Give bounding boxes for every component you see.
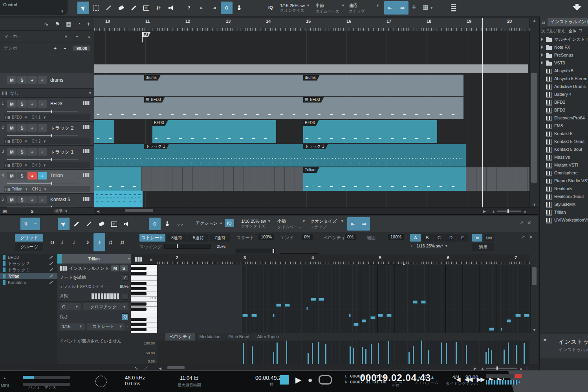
editor-humanize-button[interactable]: [161, 218, 173, 230]
folder-bus-row[interactable]: なし ▼: [0, 89, 94, 98]
track-name[interactable]: Trilian: [50, 173, 63, 178]
pencil-icon[interactable]: [49, 256, 53, 259]
editor-arrow-tool[interactable]: [58, 218, 70, 230]
record-button[interactable]: ●: [308, 376, 312, 385]
keyboard-icon[interactable]: [83, 149, 90, 153]
monitor-button[interactable]: ◐: [38, 124, 47, 132]
track-device-row[interactable]: BFD3▼ CH 2▼: [4, 138, 90, 144]
clip-indicator[interactable]: [515, 374, 522, 378]
grip-icon[interactable]: ⁞: [526, 366, 528, 370]
clip[interactable]: Trilian: [303, 167, 466, 191]
track-header[interactable]: 5 M S ● ◐ Kontakt 5 Kontakt 5▼ CH 1▼: [0, 194, 94, 207]
editor-track-item[interactable]: トラック 1: [0, 267, 57, 273]
performance-meter[interactable]: [23, 376, 70, 379]
scroll-right-icon[interactable]: ▶: [474, 366, 476, 370]
stretch-mode-button[interactable]: (▭): [484, 234, 494, 242]
global-solo-button[interactable]: S: [31, 209, 54, 214]
note-value-button[interactable]: ♪: [82, 233, 93, 251]
channel-name[interactable]: CH 1: [31, 115, 40, 119]
velocity-bar[interactable]: [413, 346, 414, 364]
browser-plugin-item[interactable]: FM8: [540, 122, 588, 130]
tempo-down-button[interactable]: −: [64, 46, 66, 51]
global-mute-button[interactable]: M: [3, 209, 31, 214]
preset-button[interactable]: E: [457, 234, 468, 242]
note-value-button[interactable]: o: [46, 233, 58, 251]
midi-note[interactable]: [276, 304, 281, 307]
browser-plugin-item[interactable]: Addictive Drums: [540, 82, 588, 90]
velocity-bar[interactable]: [350, 346, 351, 364]
velocity-bar[interactable]: [428, 350, 429, 364]
timing-display[interactable]: 4/4 タイミング: [446, 374, 466, 387]
editor-autoscroll-button[interactable]: ⇤: [351, 221, 355, 227]
monitor-button[interactable]: ◐: [38, 196, 47, 203]
folder-track-name[interactable]: drums: [50, 77, 63, 83]
marker-flag[interactable]: #3: [143, 32, 150, 37]
velocity-bar[interactable]: [312, 343, 313, 364]
tempo-display[interactable]: 90.00 テンポ: [465, 374, 478, 387]
grid-mode-button[interactable]: グリッド: [15, 234, 43, 242]
play-button[interactable]: ▶: [295, 375, 301, 385]
velocity-bar[interactable]: [421, 341, 422, 364]
sort-tracks-icon[interactable]: ⇅: [24, 222, 27, 227]
midi-note[interactable]: [387, 314, 392, 317]
swing-slider[interactable]: [164, 244, 211, 249]
scroll-up-icon[interactable]: ▲: [533, 18, 536, 22]
velocity-bar[interactable]: [353, 348, 354, 364]
samplerate-display[interactable]: 48.0 kHz 0.0 ms: [125, 375, 145, 387]
browser-folder-item[interactable]: マルチインストゥルメン: [540, 35, 588, 43]
default-velocity-value[interactable]: 80%: [120, 284, 128, 289]
velocity-bar[interactable]: [362, 347, 363, 364]
clip[interactable]: [94, 144, 144, 167]
folder-record-button[interactable]: ●: [27, 76, 37, 84]
editor-curve-button[interactable]: ⌄⌄: [174, 218, 186, 230]
grid-icon[interactable]: ▦: [66, 21, 71, 27]
part-selector[interactable]: Trilian ▼: [57, 254, 131, 264]
browser-plugin-item[interactable]: BFD2: [540, 98, 588, 106]
more-lanes-button[interactable]: ...: [157, 333, 165, 340]
preset-button[interactable]: B: [422, 234, 433, 242]
pencil-icon[interactable]: [49, 262, 53, 266]
midi-note[interactable]: [349, 314, 351, 317]
editor-mute-tool[interactable]: m: [108, 218, 120, 230]
clip[interactable]: drums: [144, 75, 303, 96]
solo-button[interactable]: S: [17, 196, 27, 203]
midi-note[interactable]: [273, 314, 275, 317]
sort-value2[interactable]: フ: [579, 28, 583, 34]
drum-view-icon[interactable]: 🜁: [149, 257, 154, 262]
mute-button[interactable]: M: [7, 124, 16, 132]
clip[interactable]: BFD3: [303, 97, 463, 119]
groove-mode-button[interactable]: グルーヴ: [15, 243, 43, 251]
clip[interactable]: [466, 167, 529, 191]
length-mode-dropdown[interactable]: ストレート▼: [87, 323, 125, 330]
solo-button[interactable]: S: [17, 100, 27, 108]
help-tool-button[interactable]: ?: [183, 2, 195, 14]
zoom-in-icon[interactable]: ▲: [519, 366, 523, 370]
track-header[interactable]: 4 M S ● ◐ Trilian Trilian▼ CH 1▼: [0, 170, 94, 194]
lane-tab[interactable]: After Touch: [253, 333, 283, 340]
split-view-button[interactable]: ✛: [412, 4, 416, 10]
detach-panel-icon[interactable]: ↗: [521, 234, 525, 240]
midi-note[interactable]: [501, 328, 502, 331]
recording-time-display[interactable]: 11:04 日 最大録音時間: [178, 375, 201, 388]
humanize-button[interactable]: [233, 2, 245, 14]
close-panel-icon[interactable]: ✕: [529, 234, 533, 240]
home-icon[interactable]: ⌂: [542, 19, 545, 25]
expand-arrow-icon[interactable]: [541, 53, 543, 57]
clip[interactable]: [141, 167, 303, 191]
track-volume-slider[interactable]: [7, 183, 78, 184]
track-device-row[interactable]: BFD3▼ CH 3▼: [4, 162, 90, 168]
browser-plugin-item[interactable]: Absynth 5 Stereo: [540, 75, 588, 82]
channel-name[interactable]: CH 2: [31, 139, 40, 143]
velocity-bar[interactable]: [277, 343, 278, 364]
zoom-in-icon[interactable]: ▲: [523, 209, 527, 213]
velocity-bar[interactable]: [273, 352, 274, 364]
keyboard-icon[interactable]: [83, 173, 90, 177]
remove-marker-button[interactable]: −: [76, 34, 78, 39]
browser-plugin-item[interactable]: Trilian: [540, 208, 588, 216]
quantize-end-button[interactable]: ⇥: [208, 2, 220, 14]
add-track-icon[interactable]: +: [87, 21, 90, 27]
editor-zoom-slider[interactable]: [486, 368, 517, 369]
keyboard-icon[interactable]: [83, 197, 90, 201]
velocity-bar[interactable]: [325, 344, 326, 364]
track-name[interactable]: トラック 2: [50, 125, 73, 132]
